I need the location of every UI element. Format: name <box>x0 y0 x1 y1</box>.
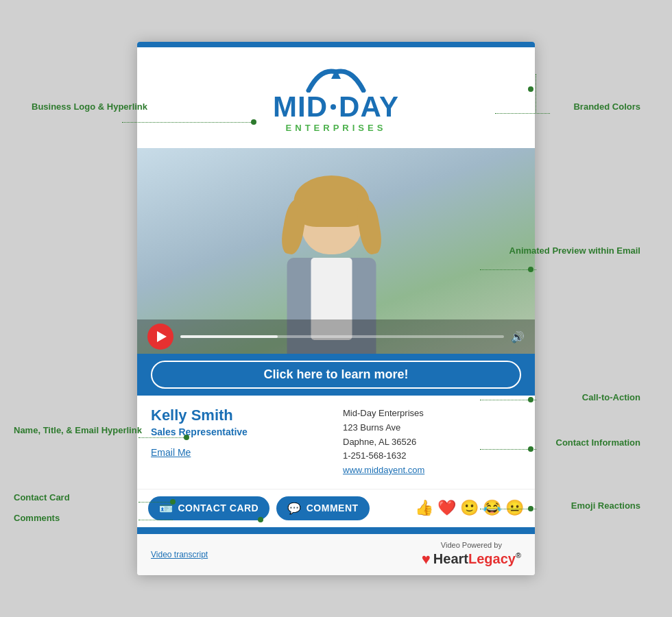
annotation-dot-cta <box>528 397 533 402</box>
annotation-dot-name <box>184 435 189 440</box>
annotation-line-card <box>139 502 173 503</box>
annotation-emoji: Emoji Reactions <box>571 500 640 512</box>
annotation-cta: Call-to-Action <box>582 392 640 404</box>
annotation-animated-preview: Animated Preview within Email <box>509 245 640 257</box>
volume-icon[interactable]: 🔊 <box>511 330 525 343</box>
annotation-dot-card <box>170 499 176 505</box>
heart-icon: ♥ <box>422 551 431 568</box>
play-button[interactable] <box>147 324 173 350</box>
contact-left: Kelly Smith Sales Representative Email M… <box>151 407 329 478</box>
website-link[interactable]: www.middayent.com <box>343 465 424 475</box>
contact-name: Kelly Smith <box>151 407 329 424</box>
annotation-line-name <box>139 437 187 438</box>
video-section[interactable]: 🔊 <box>137 148 535 354</box>
comment-label: COMMENT <box>307 503 359 513</box>
annotation-comments: Comments <box>14 513 60 524</box>
annotation-dot-logo <box>251 119 256 125</box>
annotation-name-title: Name, Title, & Email Hyperlink <box>14 425 142 437</box>
progress-bar[interactable] <box>180 335 504 338</box>
contact-title: Sales Representative <box>151 426 329 437</box>
cta-section: Click here to learn more! <box>137 354 535 396</box>
email-link[interactable]: Email Me <box>151 447 329 458</box>
emoji-smile[interactable]: 🙂 <box>460 499 479 517</box>
annotation-dot-comments <box>258 517 263 522</box>
address2: Daphne, AL 36526 <box>343 435 521 450</box>
annotation-contact-card: Contact Card <box>14 492 70 504</box>
logo-arc-svg <box>305 66 367 93</box>
annotation-dot-emoji <box>528 506 533 511</box>
footer-content: Video transcript Video Powered by ♥ Hear… <box>137 534 535 575</box>
logo-mid: MID <box>273 93 328 121</box>
annotation-dot-preview <box>528 267 533 272</box>
logo-day: DAY <box>339 93 399 121</box>
contact-section: Kelly Smith Sales Representative Email M… <box>137 396 535 489</box>
logo-wrapper[interactable]: MID DAY ENTERPRISES <box>273 66 399 133</box>
company-name: Mid-Day Enterprises <box>343 407 521 421</box>
footer-bar <box>137 527 535 534</box>
cta-button[interactable]: Click here to learn more! <box>151 361 521 389</box>
progress-fill <box>180 335 278 338</box>
annotation-dot-contact <box>528 446 533 452</box>
dotted-line-branded <box>536 74 536 114</box>
play-icon <box>157 331 167 342</box>
annotation-line-branded <box>495 113 550 114</box>
contact-card-button[interactable]: 🪪 CONTACT CARD <box>148 496 269 520</box>
heartlegacy-text: HeartLegacy® <box>433 551 521 567</box>
powered-by: Video Powered by ♥ HeartLegacy® <box>422 541 521 568</box>
annotation-line-logo <box>122 122 254 123</box>
annotation-business-logo: Business Logo & Hyperlink <box>32 101 147 113</box>
annotation-contact-info: Contact Information <box>556 437 641 449</box>
annotation-line-comments <box>139 520 173 520</box>
contact-right: Mid-Day Enterprises 123 Burns Ave Daphne… <box>343 407 521 478</box>
logo-section: MID DAY ENTERPRISES <box>137 42 535 148</box>
annotation-branded-colors: Branded Colors <box>573 101 640 113</box>
emoji-thumbsup[interactable]: 👍 <box>415 499 433 517</box>
logo-enterprises: ENTERPRISES <box>286 123 387 133</box>
phone: 1-251-568-1632 <box>343 449 521 463</box>
address1: 123 Burns Ave <box>343 421 521 435</box>
logo-dot <box>331 104 336 110</box>
heartlegacy-logo[interactable]: ♥ HeartLegacy® <box>422 551 521 568</box>
action-section: 🪪 CONTACT CARD 💬 COMMENT 👍 ❤️ 🙂 😂 😐 <box>137 489 535 527</box>
video-controls: 🔊 <box>137 319 535 354</box>
emoji-heart[interactable]: ❤️ <box>437 499 456 517</box>
powered-by-text: Video Powered by <box>441 541 502 549</box>
comment-icon: 💬 <box>287 502 302 515</box>
comment-button[interactable]: 💬 COMMENT <box>276 496 369 520</box>
logo-text: MID DAY <box>273 93 399 121</box>
contact-card-label: CONTACT CARD <box>178 503 259 513</box>
main-container: MID DAY ENTERPRISES <box>0 0 672 617</box>
person-head <box>301 186 363 254</box>
annotation-dot-branded <box>528 86 533 92</box>
transcript-link[interactable]: Video transcript <box>151 550 208 559</box>
